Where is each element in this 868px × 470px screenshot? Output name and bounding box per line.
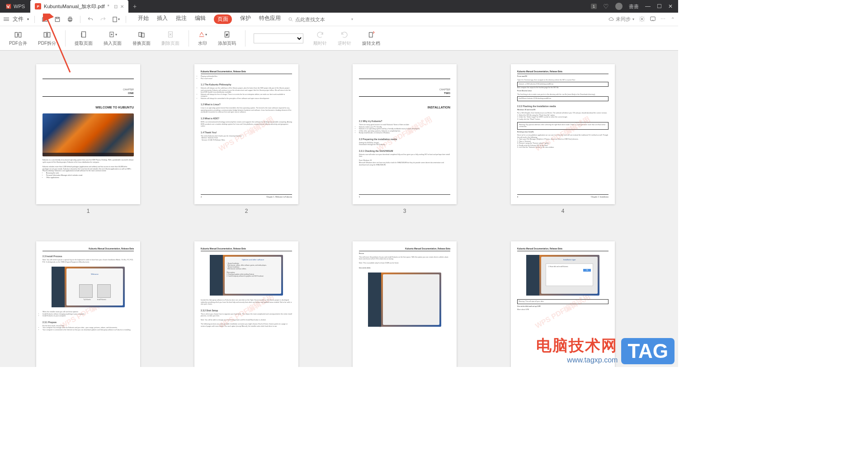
menu-start[interactable]: 开始 — [138, 14, 149, 24]
titlebar: WPS P KubuntuManual_加水印.pdf * ⊡ ✕ + 1 ♡ … — [0, 0, 678, 13]
file-menu[interactable]: 文件 — [13, 15, 24, 23]
page-grid-view[interactable]: WPS PDF编辑试用 CHAPTER ONE WELCOME TO KUBUN… — [0, 51, 678, 367]
feedback-icon[interactable] — [650, 16, 656, 23]
search-area[interactable]: ▾ — [288, 17, 353, 22]
redo-icon[interactable] — [99, 15, 108, 24]
menu-comment[interactable]: 批注 — [176, 14, 187, 24]
svg-rect-5 — [113, 17, 117, 22]
user-avatar[interactable] — [615, 3, 623, 10]
installer-type-screenshot: Installation type☐ Erase disk and instal… — [526, 255, 599, 296]
svg-rect-11 — [44, 32, 46, 37]
zoom-select[interactable] — [254, 33, 303, 43]
sync-status[interactable]: 未同步 ▾ — [609, 16, 634, 23]
tab-pin-icon[interactable]: ⊡ — [114, 4, 118, 9]
modified-indicator: * — [108, 4, 109, 9]
page-thumbnail-6[interactable]: WPS PDF编辑试用 Kubuntu Manual Documentation… — [194, 241, 298, 367]
close-button[interactable]: ✕ — [668, 3, 673, 9]
svg-rect-20 — [369, 32, 373, 37]
page-thumbnail-3[interactable]: WPS PDF编辑试用 CHAPTER TWO INSTALLATION 2.1… — [353, 64, 457, 214]
svg-point-6 — [289, 18, 292, 20]
wps-logo: WPS — [0, 3, 30, 9]
tab-title: KubuntuManual_加水印.pdf — [44, 3, 105, 10]
menu-edit[interactable]: 编辑 — [195, 14, 206, 24]
page-thumbnail-1[interactable]: WPS PDF编辑试用 CHAPTER ONE WELCOME TO KUBUN… — [36, 64, 140, 214]
svg-rect-1 — [57, 17, 59, 19]
menu-features[interactable]: 特色应用 — [259, 14, 281, 24]
svg-rect-12 — [48, 32, 50, 37]
extract-page-button[interactable]: 提取页面 — [70, 28, 97, 49]
collapse-ribbon-icon[interactable]: ⌃ — [671, 17, 675, 22]
brand-url: www.tagxp.com — [536, 356, 618, 364]
user-name: 啬啬 — [629, 3, 639, 10]
rotate-cw-button: 顺时针 — [309, 28, 331, 49]
menu-page[interactable]: 页面 — [214, 14, 232, 24]
ribbon-toolbar: PDF合并 PDF拆分 提取页面 ▾ 插入页面 替换页面 删除页面 ▾ 水印 #… — [0, 26, 678, 51]
settings-icon[interactable] — [639, 16, 645, 23]
menu-insert[interactable]: 插入 — [157, 14, 168, 24]
svg-point-7 — [641, 18, 643, 20]
menu-protect[interactable]: 保护 — [240, 14, 251, 24]
search-icon — [288, 17, 293, 22]
undo-icon[interactable] — [86, 15, 95, 24]
svg-rect-3 — [69, 17, 71, 18]
rotate-doc-button[interactable]: 旋转文档 — [358, 28, 385, 49]
delete-page-button: 删除页面 — [157, 28, 184, 49]
open-icon[interactable] — [40, 15, 49, 24]
page-thumbnail-5[interactable]: WPS PDF编辑试用 Kubuntu Manual Documentation… — [36, 241, 140, 367]
replace-page-button[interactable]: 替换页面 — [128, 28, 155, 49]
pdf-icon: P — [35, 3, 41, 9]
page-thumbnail-4[interactable]: WPS PDF编辑试用 Kubuntu Manual Documentation… — [511, 64, 615, 214]
svg-rect-0 — [55, 17, 59, 21]
notification-badge[interactable]: 1 — [591, 4, 597, 9]
svg-rect-10 — [19, 32, 21, 37]
watermark-button[interactable]: ▾ 水印 — [193, 28, 212, 49]
svg-rect-4 — [69, 20, 71, 22]
menu-tabs: 开始 插入 批注 编辑 页面 保护 特色应用 — [138, 14, 281, 24]
maximize-button[interactable]: ☐ — [657, 3, 662, 9]
more-icon[interactable]: ⋯ — [660, 16, 666, 22]
document-tab[interactable]: P KubuntuManual_加水印.pdf * ⊡ ✕ — [30, 0, 128, 13]
installer-disk-screenshot — [368, 273, 441, 327]
new-tab-button[interactable]: + — [128, 3, 141, 10]
installer-updates-screenshot: Updates and other software○ Normal Insta… — [210, 255, 283, 296]
kubuntu-desktop-image — [42, 113, 134, 156]
app-name: WPS — [14, 4, 25, 9]
installer-welcome-screenshot: WelcomeTry KubuntuInstall Kubuntu — [52, 267, 125, 307]
file-dropdown-icon[interactable]: ▾ — [27, 17, 29, 21]
cloud-icon — [609, 17, 614, 22]
svg-rect-9 — [15, 32, 17, 37]
page-thumbnail-7[interactable]: WPS PDF编辑试用 Kubuntu Manual Documentation… — [353, 241, 457, 367]
page-view-icon[interactable]: ▾ — [111, 15, 120, 24]
add-page-number-button[interactable]: # 添加页码 — [213, 28, 241, 49]
insert-page-button[interactable]: ▾ 插入页面 — [99, 28, 126, 49]
search-input[interactable] — [295, 17, 349, 22]
hamburger-icon[interactable] — [4, 18, 9, 21]
menubar: 文件 ▾ ▾ 开始 插入 批注 编辑 页面 保护 特色应用 ▾ 未同步 ▾ ⋯ … — [0, 13, 678, 26]
save-icon[interactable] — [53, 15, 62, 24]
branding-overlay: 电脑技术网 www.tagxp.com TAG — [536, 335, 675, 364]
print-icon[interactable] — [66, 15, 75, 24]
pdf-split-button[interactable]: PDF拆分 — [33, 28, 61, 49]
page-thumbnail-2[interactable]: WPS PDF编辑试用 Kubuntu Manual Documentation… — [194, 64, 298, 214]
pdf-merge-button[interactable]: PDF合并 — [5, 28, 32, 49]
membership-icon[interactable]: ♡ — [603, 3, 609, 10]
rotate-ccw-button: 逆时针 — [333, 28, 356, 49]
svg-text:#: # — [226, 33, 228, 36]
brand-title: 电脑技术网 — [536, 335, 618, 356]
tab-close-icon[interactable]: ✕ — [120, 4, 124, 9]
tag-badge: TAG — [621, 338, 675, 364]
minimize-button[interactable]: — — [645, 3, 651, 9]
